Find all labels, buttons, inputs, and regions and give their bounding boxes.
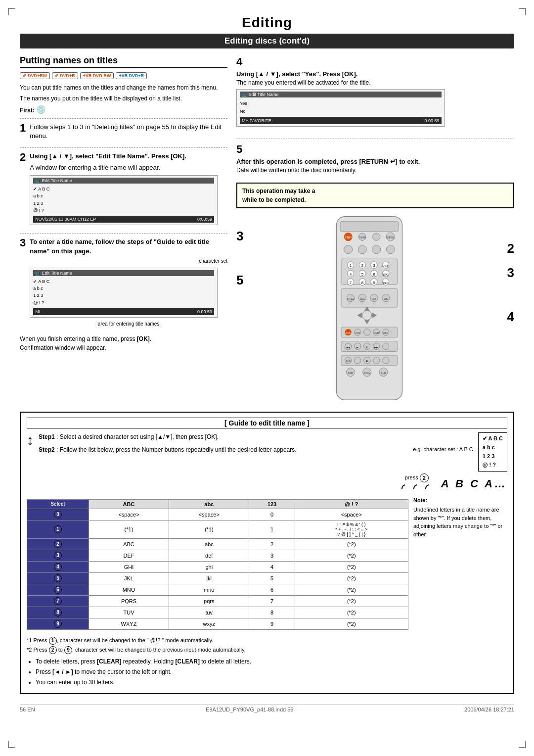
remote-right-nums: 2 3 4: [507, 214, 514, 324]
bullet-item-3: You can enter up to 30 letters.: [36, 678, 507, 687]
screen4-bottom: MY FAVORITE 0:00:59: [240, 117, 442, 124]
svg-point-73: [382, 343, 389, 350]
guide-step2: Step2 : Follow the list below, press the…: [39, 445, 473, 454]
bullet-item-2: Press [◄ / ►] to move the cursor to the …: [36, 667, 507, 677]
svg-text:6: 6: [373, 272, 375, 277]
step5-block: 5 After this operation is completed, pre…: [236, 143, 514, 174]
screen4-title: 📺 Edit Title Name: [240, 92, 442, 97]
svg-point-59: [363, 329, 370, 335]
step2-text: A window for entering a title name will …: [30, 163, 227, 172]
bullet-item-1: To delete letters, press [CLEAR] repeate…: [36, 657, 507, 666]
step1-content: Follow steps 1 to 3 in "Deleting titles"…: [30, 123, 227, 142]
remote-step3r: 3: [507, 266, 514, 280]
screen4-body: Yes No: [240, 99, 442, 115]
table-row-0: 0 <space> <space> 0 <space>: [27, 509, 408, 520]
step5-heading: After this operation is completed, press…: [236, 158, 420, 165]
note-text: Undefined letters in a title name are sh…: [413, 506, 507, 538]
svg-point-81: [382, 357, 389, 364]
svg-text:REC: REC: [346, 332, 351, 335]
col-abc-lower: abc: [169, 499, 249, 509]
remote-step3: 3: [236, 229, 243, 243]
page-footer: 56 EN E9A12UD_PY90VG_p41-88.indd 56 2006…: [20, 704, 514, 712]
step3-after-note: When you finish entering a title name, p…: [20, 334, 227, 352]
svg-text:SPC: SPC: [383, 273, 389, 276]
table-row-4: 4 GHI ghi 4 (*2): [27, 561, 408, 572]
svg-text:DUB: DUB: [348, 372, 353, 375]
svg-text:3: 3: [373, 264, 375, 268]
right-col: 4 Using [▲ / ▼], select "Yes". Press [OK…: [236, 55, 514, 404]
svg-text:⏸: ⏸: [365, 346, 368, 349]
divider1: [20, 118, 227, 119]
arc2-icon: [411, 483, 422, 494]
table-row-1: 1 (*1) (*1) 1 ! " # $ % & ' ( )* + , - .…: [27, 520, 408, 538]
step4-block: 4 Using [▲ / ▼], select "Yes". Press [OK…: [236, 55, 514, 130]
screen2-body: ✔ A B C a b c 1 2 3 @ ! ?: [33, 186, 214, 214]
disc-logo-dvd-rw: ✐ DVD+RW: [20, 72, 50, 79]
step4-heading: Using [▲ / ▼], select "Yes". Press [OK].: [236, 70, 357, 78]
col-special: @ ! ?: [295, 499, 408, 509]
step2-content: Using [▲ / ▼], select "Edit Title Name".…: [30, 152, 227, 228]
intro-text1: You can put title names on the titles an…: [20, 83, 227, 92]
screen2-left: ✔ A B C a b c 1 2 3 @ ! ?: [33, 186, 214, 214]
press-area: press 2: [400, 473, 434, 494]
intro-text2: The names you put on the titles will be …: [20, 94, 227, 103]
svg-text:1: 1: [349, 264, 351, 268]
table-row-7: 7 PQRS pqrs 7 (*2): [27, 595, 408, 607]
table-row-8: 8 TUV tuv 8 (*2): [27, 607, 408, 618]
svg-text:4: 4: [349, 272, 351, 277]
col-select: Select: [27, 499, 89, 509]
remote-image: STBY TIMER OPEN: [330, 214, 421, 404]
divider2: [20, 147, 227, 148]
press-num-circle: 2: [420, 473, 429, 482]
svg-text:OPEN: OPEN: [387, 237, 394, 239]
screen3-abc: ✔ A B C a b c 1 2 3 @ ! ?: [33, 278, 214, 307]
corner-br: [519, 741, 526, 748]
svg-text:STBY: STBY: [344, 236, 352, 239]
press-visual-row: press 2 A B C A…: [27, 473, 507, 494]
step3-text: To enter a title name, follow the steps …: [30, 238, 209, 254]
screen4-left: Yes No: [240, 99, 442, 115]
svg-text:RET: RET: [371, 298, 376, 300]
svg-point-11: [372, 245, 380, 254]
left-col: Putting names on titles ✐ DVD+RW ✐ DVD+R…: [20, 55, 227, 404]
step3-num: 3: [20, 237, 26, 248]
remote-step2: 2: [507, 241, 514, 256]
screen-mock-step2: 📺 Edit Title Name ✔ A B C a b c 1 2 3 @ …: [30, 175, 218, 226]
svg-point-9: [344, 245, 352, 254]
bullet-list: To delete letters, press [CLEAR] repeate…: [27, 657, 507, 688]
screen3-body: ✔ A B C a b c 1 2 3 @ ! ?: [33, 278, 214, 307]
step3-content: To enter a title name, follow the steps …: [30, 237, 227, 330]
remote-step-nums: 3 5: [236, 214, 243, 287]
disc-logo-dvd-r2: +VR DVD+R: [116, 72, 147, 79]
guide-step2-text: : Follow the list below, press the Numbe…: [56, 446, 297, 453]
guide-box-title: [ Guide to edit title name ]: [27, 418, 507, 428]
col-abc: ABC: [89, 499, 169, 509]
svg-point-80: [373, 357, 379, 364]
disc-rw-icon: ✐: [23, 73, 27, 78]
guide-step1-content: Step1 : Select a desired character set u…: [39, 432, 473, 458]
svg-point-53: [362, 311, 371, 320]
step5-text: Data will be written onto the disc momen…: [236, 167, 514, 174]
svg-text:9: 9: [373, 281, 375, 285]
corner-tl: [8, 8, 15, 15]
press-label: press 2: [400, 473, 434, 482]
guide-step2-label: Step2: [39, 446, 55, 453]
disc-logos: ✐ DVD+RW ✐ DVD+R +VR DVD-RW +VR DVD+R: [20, 72, 227, 79]
step1-num: 1: [20, 123, 26, 134]
svg-text:▶: ▶: [356, 346, 358, 349]
guide-table: Select ABC abc 123 @ ! ? 0 <space> <spac…: [27, 499, 408, 630]
corner-tr: [519, 8, 526, 15]
svg-text:TIMER: TIMER: [358, 237, 366, 239]
screen2-abc: ✔ A B C a b c 1 2 3 @ ! ?: [33, 186, 214, 214]
svg-text:5: 5: [361, 272, 363, 277]
guide-step1-row: ↕ Step1 : Select a desired character set…: [27, 432, 507, 471]
page-num-label: 56 EN: [20, 707, 35, 712]
abca-visual: A B C A…: [441, 477, 507, 490]
screen-mock-step4: 📺 Edit Title Name Yes No MY FAVORITE 0:0…: [236, 89, 445, 127]
step1-block: 1 Follow steps 1 to 3 in "Deleting title…: [20, 123, 227, 142]
svg-text:2: 2: [361, 264, 363, 268]
step4-text: The name you entered will be activated f…: [236, 79, 514, 86]
abc-block-right: ✔ A B C a b c 1 2 3 @ ! ?: [478, 432, 507, 471]
section-heading: Putting names on titles: [20, 55, 227, 68]
svg-text:DEC: DEC: [359, 298, 365, 300]
